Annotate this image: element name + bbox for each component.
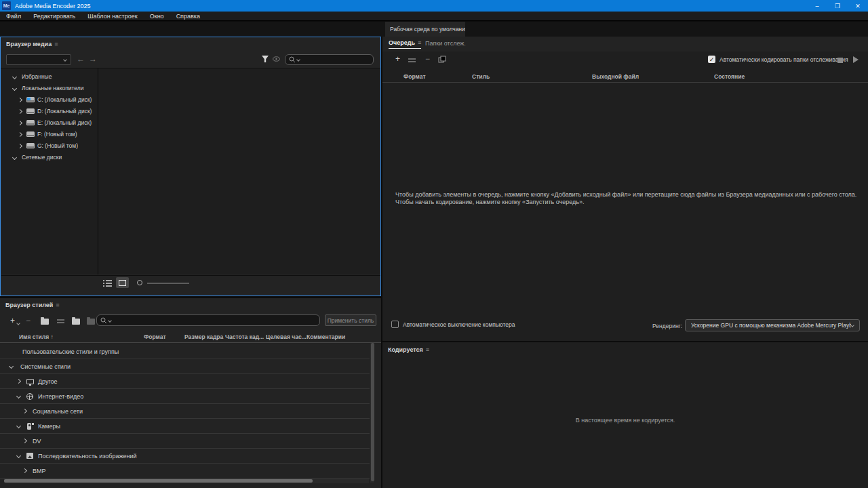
delete-preset-button[interactable]: − <box>26 317 31 325</box>
preset-column-headers: Имя стиля ↑ Формат Размер кадра Частота … <box>0 331 381 343</box>
add-preset-button[interactable]: + <box>10 317 15 325</box>
tree-item-drive-c[interactable]: C: (Локальный диск) <box>1 94 96 106</box>
filter-icon[interactable] <box>261 55 269 63</box>
forward-button[interactable]: → <box>89 55 97 63</box>
tree-item-drive-f[interactable]: F: (Новый том) <box>1 129 96 140</box>
preset-row-other[interactable]: Другое <box>0 374 370 389</box>
media-browser-panel: Браузер медиа ≡ ← → Избранные Локальные … <box>0 37 381 296</box>
camera-icon <box>27 423 31 430</box>
menu-help[interactable]: Справка <box>170 13 206 20</box>
preset-row-image-sequence[interactable]: Последовательность изображений <box>0 449 370 464</box>
tree-divider[interactable] <box>98 68 98 274</box>
globe-icon <box>26 393 33 400</box>
preset-row-system-presets[interactable]: Системные стили <box>0 359 370 374</box>
list-view-icon[interactable] <box>103 279 112 287</box>
window-title: Adobe Media Encoder 2025 <box>15 3 91 9</box>
minimize-button[interactable]: – <box>807 0 827 12</box>
monitor-icon <box>26 379 34 384</box>
sort-ascending-icon: ↑ <box>51 333 54 340</box>
chevron-down-icon <box>850 323 854 327</box>
column-frame-size[interactable]: Размер кадра <box>184 333 223 340</box>
drive-icon <box>26 143 35 148</box>
auto-encode-setting[interactable]: ✓ Автоматически кодировать папки отслежи… <box>708 56 848 63</box>
add-output-icon[interactable] <box>408 57 416 63</box>
column-status[interactable]: Состояние <box>714 73 745 80</box>
search-icon <box>100 317 107 324</box>
column-format[interactable]: Формат <box>403 73 426 80</box>
preset-row-user-presets[interactable]: Пользовательские стили и группы <box>0 344 370 359</box>
restore-button[interactable]: ❐ <box>827 0 848 12</box>
tab-watch-folders[interactable]: Папки отслеж. <box>425 40 466 47</box>
add-source-button[interactable]: + <box>395 55 400 63</box>
remove-source-button[interactable]: − <box>425 55 430 63</box>
preset-browser-header: Браузер стилей ≡ <box>5 302 60 308</box>
auto-encode-checkbox[interactable]: ✓ <box>708 56 715 63</box>
tree-item-drive-e[interactable]: E: (Локальный диск) <box>1 117 96 129</box>
stop-queue-button[interactable] <box>837 58 843 63</box>
preset-row-social-media[interactable]: Социальные сети <box>0 404 370 419</box>
workspace-strip: Рабочая среда по умолчанию ≡ <box>0 22 868 37</box>
preset-row-web-video[interactable]: Интернет-видео <box>0 389 370 404</box>
tree-item-network-drives[interactable]: Сетевые диски <box>1 152 96 163</box>
export-preset-icon[interactable] <box>87 319 95 325</box>
vertical-scrollbar-thumb[interactable] <box>371 343 374 481</box>
search-icon <box>289 56 296 63</box>
column-comments[interactable]: Комментарии <box>307 333 345 340</box>
tree-item-local-drives[interactable]: Локальные накопители <box>1 83 96 94</box>
preset-settings-icon[interactable] <box>57 318 64 324</box>
queue-menu-icon[interactable]: ≡ <box>418 39 421 46</box>
queue-empty-message: Чтобы добавить элементы в очередь, нажми… <box>395 191 865 206</box>
import-preset-icon[interactable] <box>72 319 80 325</box>
thumbnail-view-icon[interactable] <box>116 277 129 288</box>
tree-item-drive-g[interactable]: G: (Новый том) <box>1 140 96 152</box>
auto-shutdown-setting[interactable]: Автоматическое выключение компьютера <box>391 321 515 328</box>
thumbnail-size-slider[interactable] <box>137 280 142 285</box>
column-preset[interactable]: Стиль <box>472 73 490 80</box>
preset-row-dv[interactable]: DV <box>0 434 370 449</box>
column-preset-name[interactable]: Имя стиля ↑ <box>19 333 54 340</box>
queue-toolbar: + − ✓ Автоматически кодировать папки отс… <box>382 52 868 69</box>
media-browser-title: Браузер медиа <box>6 41 52 47</box>
column-output-file[interactable]: Выходной файл <box>592 73 639 80</box>
column-target-rate[interactable]: Целевая час... <box>266 333 307 340</box>
preset-browser-toolbar: + − Применить стиль <box>0 313 381 329</box>
drive-icon <box>26 120 35 125</box>
new-group-icon[interactable] <box>41 319 49 325</box>
add-preset-dropdown-icon[interactable] <box>16 321 20 325</box>
tab-queue[interactable]: Очередь ≡ <box>389 39 421 49</box>
preset-browser-menu-icon[interactable]: ≡ <box>56 302 59 308</box>
column-format[interactable]: Формат <box>144 333 166 340</box>
duplicate-icon[interactable] <box>438 56 446 64</box>
menu-edit[interactable]: Редактировать <box>27 13 81 20</box>
auto-shutdown-checkbox[interactable] <box>391 321 399 328</box>
queue-bottom-bar: Автоматическое выключение компьютера Рен… <box>382 316 868 336</box>
tree-item-favorites[interactable]: Избранные <box>1 71 96 83</box>
close-button[interactable]: ✕ <box>848 0 868 12</box>
menu-window[interactable]: Окно <box>144 13 170 20</box>
horizontal-scrollbar[interactable] <box>4 479 369 483</box>
renderer-dropdown[interactable]: Ускорение GPU с помощью механизма Adobe … <box>685 319 860 331</box>
preset-row-cameras[interactable]: Камеры <box>0 419 370 434</box>
encoding-menu-icon[interactable]: ≡ <box>426 346 429 353</box>
vertical-scrollbar[interactable] <box>370 343 374 483</box>
image-sequence-icon <box>26 453 33 459</box>
title-bar: Me Adobe Media Encoder 2025 – ❐ ✕ <box>0 0 868 12</box>
encoding-panel: Кодируется ≡ В настоящее время не кодиру… <box>382 342 868 488</box>
preset-row-bmp[interactable]: BMP <box>0 464 370 479</box>
horizontal-scrollbar-thumb[interactable] <box>4 479 313 483</box>
apply-preset-button[interactable]: Применить стиль <box>325 314 376 326</box>
media-browser-content: Избранные Локальные накопители C: (Локал… <box>1 68 380 274</box>
media-source-dropdown[interactable] <box>6 54 71 65</box>
workspace-tab[interactable]: Рабочая среда по умолчанию ≡ <box>385 22 465 37</box>
tree-item-drive-d[interactable]: D: (Локальный диск) <box>1 106 96 117</box>
back-button[interactable]: ← <box>77 55 85 63</box>
media-browser-menu-icon[interactable]: ≡ <box>54 41 58 47</box>
menu-preset[interactable]: Шаблон настроек <box>81 13 143 20</box>
menu-file[interactable]: Файл <box>0 13 27 20</box>
column-frame-rate[interactable]: Частота кад... <box>225 333 264 340</box>
media-search-input[interactable] <box>285 54 374 65</box>
start-queue-button[interactable] <box>853 56 859 63</box>
preset-search-input[interactable] <box>96 314 320 326</box>
eye-icon[interactable] <box>273 56 280 62</box>
thumbnail-size-track[interactable] <box>147 283 189 284</box>
